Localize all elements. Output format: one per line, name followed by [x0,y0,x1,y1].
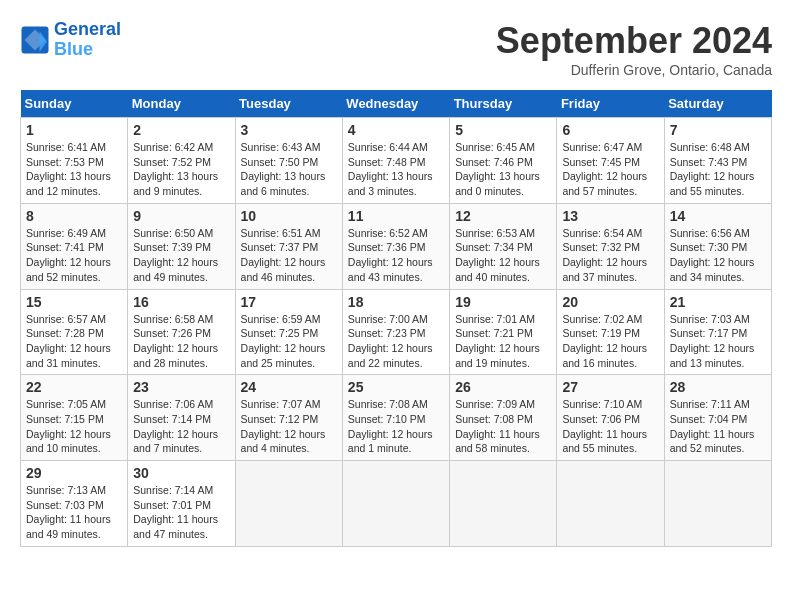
logo-line1: General [54,19,121,39]
calendar-cell: 2 Sunrise: 6:42 AM Sunset: 7:52 PM Dayli… [128,118,235,204]
calendar-cell: 7 Sunrise: 6:48 AM Sunset: 7:43 PM Dayli… [664,118,771,204]
day-info: Sunrise: 7:03 AM Sunset: 7:17 PM Dayligh… [670,312,766,371]
day-info: Sunrise: 6:50 AM Sunset: 7:39 PM Dayligh… [133,226,229,285]
calendar-cell: 25 Sunrise: 7:08 AM Sunset: 7:10 PM Dayl… [342,375,449,461]
day-info: Sunrise: 7:07 AM Sunset: 7:12 PM Dayligh… [241,397,337,456]
calendar-cell: 5 Sunrise: 6:45 AM Sunset: 7:46 PM Dayli… [450,118,557,204]
month-title: September 2024 [496,20,772,62]
day-number: 26 [455,379,551,395]
calendar-cell [342,461,449,547]
day-info: Sunrise: 6:59 AM Sunset: 7:25 PM Dayligh… [241,312,337,371]
day-number: 8 [26,208,122,224]
header-thursday: Thursday [450,90,557,118]
calendar-cell [557,461,664,547]
day-info: Sunrise: 6:52 AM Sunset: 7:36 PM Dayligh… [348,226,444,285]
day-number: 3 [241,122,337,138]
title-section: September 2024 Dufferin Grove, Ontario, … [496,20,772,78]
day-info: Sunrise: 6:43 AM Sunset: 7:50 PM Dayligh… [241,140,337,199]
calendar-row-1: 8 Sunrise: 6:49 AM Sunset: 7:41 PM Dayli… [21,203,772,289]
calendar-cell: 4 Sunrise: 6:44 AM Sunset: 7:48 PM Dayli… [342,118,449,204]
calendar-cell: 23 Sunrise: 7:06 AM Sunset: 7:14 PM Dayl… [128,375,235,461]
day-number: 13 [562,208,658,224]
day-number: 4 [348,122,444,138]
header-tuesday: Tuesday [235,90,342,118]
calendar-cell: 24 Sunrise: 7:07 AM Sunset: 7:12 PM Dayl… [235,375,342,461]
day-info: Sunrise: 7:13 AM Sunset: 7:03 PM Dayligh… [26,483,122,542]
calendar-cell: 28 Sunrise: 7:11 AM Sunset: 7:04 PM Dayl… [664,375,771,461]
day-number: 18 [348,294,444,310]
calendar-cell: 20 Sunrise: 7:02 AM Sunset: 7:19 PM Dayl… [557,289,664,375]
day-number: 5 [455,122,551,138]
day-number: 12 [455,208,551,224]
weekday-header-row: Sunday Monday Tuesday Wednesday Thursday… [21,90,772,118]
calendar-cell: 22 Sunrise: 7:05 AM Sunset: 7:15 PM Dayl… [21,375,128,461]
day-info: Sunrise: 7:05 AM Sunset: 7:15 PM Dayligh… [26,397,122,456]
day-info: Sunrise: 7:06 AM Sunset: 7:14 PM Dayligh… [133,397,229,456]
calendar-cell: 13 Sunrise: 6:54 AM Sunset: 7:32 PM Dayl… [557,203,664,289]
header-friday: Friday [557,90,664,118]
calendar-cell: 17 Sunrise: 6:59 AM Sunset: 7:25 PM Dayl… [235,289,342,375]
day-info: Sunrise: 7:02 AM Sunset: 7:19 PM Dayligh… [562,312,658,371]
day-number: 11 [348,208,444,224]
logo: General Blue [20,20,121,60]
calendar-cell: 11 Sunrise: 6:52 AM Sunset: 7:36 PM Dayl… [342,203,449,289]
location: Dufferin Grove, Ontario, Canada [496,62,772,78]
day-info: Sunrise: 6:53 AM Sunset: 7:34 PM Dayligh… [455,226,551,285]
day-info: Sunrise: 7:11 AM Sunset: 7:04 PM Dayligh… [670,397,766,456]
day-info: Sunrise: 6:57 AM Sunset: 7:28 PM Dayligh… [26,312,122,371]
day-number: 2 [133,122,229,138]
day-info: Sunrise: 6:47 AM Sunset: 7:45 PM Dayligh… [562,140,658,199]
day-number: 9 [133,208,229,224]
day-info: Sunrise: 7:00 AM Sunset: 7:23 PM Dayligh… [348,312,444,371]
calendar-cell: 15 Sunrise: 6:57 AM Sunset: 7:28 PM Dayl… [21,289,128,375]
day-number: 30 [133,465,229,481]
calendar-row-2: 15 Sunrise: 6:57 AM Sunset: 7:28 PM Dayl… [21,289,772,375]
day-number: 21 [670,294,766,310]
day-number: 25 [348,379,444,395]
day-info: Sunrise: 6:45 AM Sunset: 7:46 PM Dayligh… [455,140,551,199]
day-number: 27 [562,379,658,395]
day-info: Sunrise: 6:54 AM Sunset: 7:32 PM Dayligh… [562,226,658,285]
header-saturday: Saturday [664,90,771,118]
day-number: 7 [670,122,766,138]
calendar-cell: 10 Sunrise: 6:51 AM Sunset: 7:37 PM Dayl… [235,203,342,289]
calendar-cell: 12 Sunrise: 6:53 AM Sunset: 7:34 PM Dayl… [450,203,557,289]
day-info: Sunrise: 7:08 AM Sunset: 7:10 PM Dayligh… [348,397,444,456]
calendar-cell [235,461,342,547]
header-monday: Monday [128,90,235,118]
calendar-cell: 18 Sunrise: 7:00 AM Sunset: 7:23 PM Dayl… [342,289,449,375]
day-info: Sunrise: 7:09 AM Sunset: 7:08 PM Dayligh… [455,397,551,456]
day-info: Sunrise: 6:56 AM Sunset: 7:30 PM Dayligh… [670,226,766,285]
logo-line2: Blue [54,39,93,59]
calendar-cell: 8 Sunrise: 6:49 AM Sunset: 7:41 PM Dayli… [21,203,128,289]
day-number: 1 [26,122,122,138]
day-info: Sunrise: 6:48 AM Sunset: 7:43 PM Dayligh… [670,140,766,199]
day-number: 20 [562,294,658,310]
day-number: 23 [133,379,229,395]
calendar-cell: 14 Sunrise: 6:56 AM Sunset: 7:30 PM Dayl… [664,203,771,289]
calendar-cell: 16 Sunrise: 6:58 AM Sunset: 7:26 PM Dayl… [128,289,235,375]
day-info: Sunrise: 6:44 AM Sunset: 7:48 PM Dayligh… [348,140,444,199]
day-info: Sunrise: 7:10 AM Sunset: 7:06 PM Dayligh… [562,397,658,456]
day-number: 16 [133,294,229,310]
calendar-cell: 30 Sunrise: 7:14 AM Sunset: 7:01 PM Dayl… [128,461,235,547]
page-header: General Blue September 2024 Dufferin Gro… [20,20,772,78]
day-info: Sunrise: 6:49 AM Sunset: 7:41 PM Dayligh… [26,226,122,285]
day-number: 19 [455,294,551,310]
day-number: 15 [26,294,122,310]
calendar-cell [450,461,557,547]
calendar-row-4: 29 Sunrise: 7:13 AM Sunset: 7:03 PM Dayl… [21,461,772,547]
day-number: 10 [241,208,337,224]
day-info: Sunrise: 6:58 AM Sunset: 7:26 PM Dayligh… [133,312,229,371]
calendar-cell: 29 Sunrise: 7:13 AM Sunset: 7:03 PM Dayl… [21,461,128,547]
calendar-row-0: 1 Sunrise: 6:41 AM Sunset: 7:53 PM Dayli… [21,118,772,204]
day-number: 22 [26,379,122,395]
day-number: 17 [241,294,337,310]
calendar-cell: 26 Sunrise: 7:09 AM Sunset: 7:08 PM Dayl… [450,375,557,461]
day-info: Sunrise: 6:42 AM Sunset: 7:52 PM Dayligh… [133,140,229,199]
calendar-cell [664,461,771,547]
calendar-table: Sunday Monday Tuesday Wednesday Thursday… [20,90,772,547]
header-sunday: Sunday [21,90,128,118]
calendar-cell: 3 Sunrise: 6:43 AM Sunset: 7:50 PM Dayli… [235,118,342,204]
day-number: 28 [670,379,766,395]
